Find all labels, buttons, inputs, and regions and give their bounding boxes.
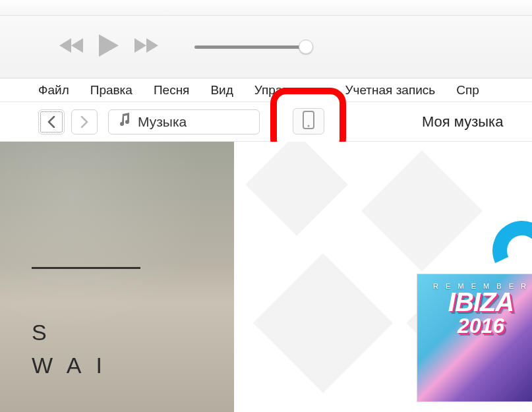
volume-thumb[interactable]	[299, 40, 313, 54]
album-title: IBIZA	[417, 290, 532, 314]
artwork-text-line1: S	[32, 320, 61, 345]
player-controls-bar	[0, 16, 532, 78]
main-content-panel: R E M E M B E R IBIZA 2016	[234, 142, 532, 412]
volume-track[interactable]	[194, 45, 307, 49]
playback-controls	[59, 34, 158, 59]
iphone-icon	[303, 111, 314, 132]
media-type-label: Музыка	[138, 114, 187, 130]
menu-view[interactable]: Вид	[210, 83, 233, 98]
window-titlebar	[0, 0, 532, 16]
forward-button[interactable]	[71, 109, 98, 134]
menu-edit[interactable]: Правка	[90, 83, 133, 98]
artwork-text-line2: WAI	[32, 353, 117, 378]
menu-file[interactable]: Файл	[38, 83, 69, 98]
content-area: S WAI R E M E M B E R IBIZA 2016	[0, 142, 532, 412]
menu-bar: Файл Правка Песня Вид Управление Учетная…	[0, 78, 532, 102]
album-artwork-panel: S WAI	[0, 142, 234, 412]
play-button[interactable]	[99, 34, 119, 59]
media-type-selector[interactable]: Музыка	[108, 109, 260, 134]
next-button[interactable]	[133, 37, 158, 57]
section-my-music[interactable]: Моя музыка	[422, 113, 503, 131]
menu-song[interactable]: Песня	[154, 83, 190, 98]
menu-help[interactable]: Спр	[456, 83, 479, 98]
back-button[interactable]	[38, 109, 65, 134]
svg-point-1	[307, 125, 309, 127]
album-cover[interactable]: R E M E M B E R IBIZA 2016	[417, 274, 532, 402]
music-note-icon	[118, 113, 131, 131]
library-toolbar: Музыка Моя музыка	[0, 102, 532, 142]
artwork-divider	[32, 267, 140, 269]
menu-account[interactable]: Учетная запись	[345, 83, 435, 98]
volume-slider[interactable]	[194, 45, 307, 49]
device-button[interactable]	[293, 108, 324, 134]
album-year: 2016	[417, 314, 532, 338]
previous-button[interactable]	[59, 37, 84, 57]
